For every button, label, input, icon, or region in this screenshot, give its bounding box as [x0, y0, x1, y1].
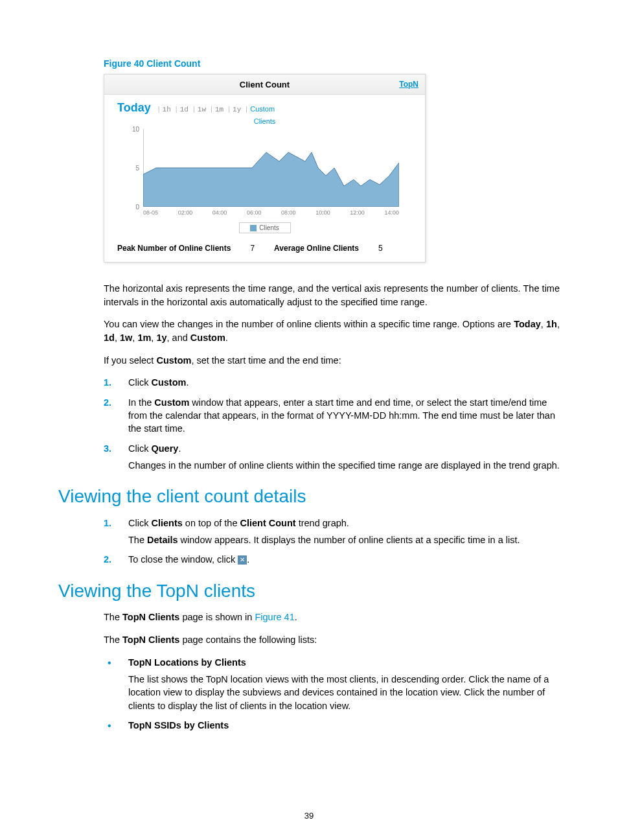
- para-topn-shown: The TopN Clients page is shown in Figure…: [104, 611, 560, 624]
- x-axis-labels: 08-05 02:00 04:00 06:00 08:00 10:00 12:0…: [143, 209, 399, 216]
- bullet-ssids: TopN SSIDs by Clients: [104, 719, 560, 732]
- filter-1d[interactable]: 1d: [180, 106, 189, 113]
- x-tick: 06:00: [247, 209, 262, 216]
- step-2: To close the window, click ✕.: [104, 553, 560, 566]
- custom-steps: Click Custom. In the Custom window that …: [104, 376, 560, 472]
- topn-bullets: TopN Locations by Clients The list shows…: [104, 656, 560, 732]
- y-tick-10: 10: [132, 126, 139, 133]
- close-icon: ✕: [238, 555, 247, 565]
- filter-1y[interactable]: 1y: [233, 106, 241, 113]
- peak-label: Peak Number of Online Clients: [117, 244, 231, 253]
- x-tick: 10:00: [315, 209, 330, 216]
- para-topn-lists: The TopN Clients page contains the follo…: [104, 633, 560, 646]
- step-1: Click Custom.: [104, 376, 560, 389]
- figure-41-link[interactable]: Figure 41: [255, 612, 294, 622]
- filter-1m[interactable]: 1m: [215, 106, 223, 113]
- clients-link[interactable]: Clients: [104, 117, 425, 125]
- client-count-chart: Client Count TopN Today |1h |1d |1w |1m …: [104, 74, 426, 262]
- para-options: You can view the changes in the number o…: [104, 318, 560, 344]
- x-tick: 12:00: [350, 209, 365, 216]
- figure-caption: Figure 40 Client Count: [104, 58, 560, 69]
- para-custom-intro: If you select Custom, set the start time…: [104, 354, 560, 367]
- details-steps: Click Clients on top of the Client Count…: [104, 517, 560, 566]
- avg-label: Average Online Clients: [274, 244, 359, 253]
- peak-value: 7: [250, 244, 255, 253]
- bullet-locations: TopN Locations by Clients The list shows…: [104, 656, 560, 712]
- legend-swatch: [250, 225, 257, 231]
- topn-link[interactable]: TopN: [399, 80, 418, 89]
- heading-client-count-details: Viewing the client count details: [58, 486, 560, 507]
- x-tick: 08-05: [143, 209, 158, 216]
- y-tick-5: 5: [135, 165, 139, 172]
- time-range-filter: Today |1h |1d |1w |1m |1y |Custom: [104, 95, 425, 116]
- page-number: 39: [0, 811, 618, 821]
- para-axis-desc: The horizontal axis represents the time …: [104, 282, 560, 309]
- filter-1h[interactable]: 1h: [163, 106, 171, 113]
- chart-stats: Peak Number of Online Clients 7 Average …: [117, 244, 412, 253]
- x-tick: 04:00: [212, 209, 227, 216]
- filter-custom[interactable]: Custom: [250, 105, 275, 113]
- filter-today[interactable]: Today: [117, 101, 151, 114]
- chart-title: Client Count: [104, 80, 425, 89]
- step-3: Click Query. Changes in the number of on…: [104, 442, 560, 472]
- avg-value: 5: [378, 244, 383, 253]
- step-1: Click Clients on top of the Client Count…: [104, 517, 560, 547]
- chart-svg: [143, 129, 399, 207]
- x-tick: 02:00: [178, 209, 193, 216]
- step-2: In the Custom window that appears, enter…: [104, 396, 560, 436]
- bullet-locations-body: The list shows the TopN location views w…: [128, 673, 560, 712]
- step-3-sub: Changes in the number of online clients …: [128, 459, 560, 472]
- filter-1w[interactable]: 1w: [198, 106, 206, 113]
- chart-plot-area: 10 5 0: [143, 129, 412, 207]
- chart-legend: Clients: [239, 222, 291, 233]
- legend-label: Clients: [259, 224, 279, 231]
- x-tick: 08:00: [281, 209, 296, 216]
- heading-topn-clients: Viewing the TopN clients: [58, 581, 560, 601]
- y-tick-0: 0: [135, 204, 139, 211]
- x-tick: 14:00: [384, 209, 399, 216]
- step-1-sub: The Details window appears. It displays …: [128, 533, 560, 546]
- chart-header: Client Count TopN: [104, 75, 425, 95]
